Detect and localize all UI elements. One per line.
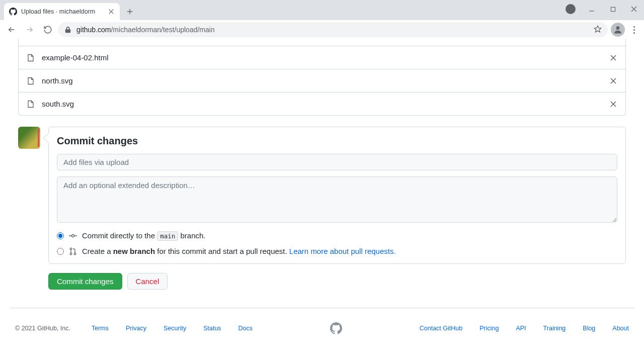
branch-name-code: main (157, 231, 178, 241)
footer-link-pricing[interactable]: Pricing (479, 325, 499, 332)
window-controls (566, 2, 641, 16)
copyright-text: © 2021 GitHub, Inc. (15, 325, 70, 332)
file-name: example-04-02.html (42, 53, 602, 62)
radio-direct-label: Commit directly to the main branch. (82, 231, 206, 240)
footer-link-privacy[interactable]: Privacy (126, 325, 146, 332)
profile-button[interactable] (611, 23, 625, 37)
page-footer: © 2021 GitHub, Inc. Terms Privacy Securi… (10, 308, 634, 334)
file-row: north.svg (19, 69, 625, 93)
commit-direct-option[interactable]: Commit directly to the main branch. (57, 231, 617, 240)
browser-menu-button[interactable] (628, 26, 640, 34)
commit-heading: Commit changes (57, 135, 617, 147)
commit-description-input[interactable] (57, 176, 617, 223)
footer-link-status[interactable]: Status (203, 325, 221, 332)
commit-actions: Commit changes Cancel (48, 273, 626, 290)
svg-point-1 (616, 26, 620, 30)
svg-point-4 (70, 253, 72, 255)
address-bar: github.com/michaeldorman/test/upload/mai… (0, 20, 644, 39)
svg-point-5 (74, 253, 76, 255)
reload-button[interactable] (40, 22, 55, 37)
file-icon (27, 54, 35, 62)
github-favicon (9, 8, 17, 16)
back-button[interactable] (4, 22, 19, 37)
radio-new-branch[interactable] (57, 248, 64, 255)
page-viewport[interactable]: example-04-02.html north.svg south.svg C… (0, 39, 644, 362)
file-name: south.svg (42, 100, 602, 108)
file-name: north.svg (42, 76, 602, 85)
github-logo-icon[interactable] (330, 322, 342, 334)
footer-link-security[interactable]: Security (164, 325, 186, 332)
commit-summary-input[interactable] (57, 154, 617, 170)
new-tab-button[interactable] (123, 5, 137, 19)
browser-chrome: Upload files · michaeldorm github.com/mi… (0, 0, 644, 39)
svg-point-2 (72, 234, 74, 237)
svg-rect-0 (611, 7, 615, 11)
maximize-button[interactable] (606, 2, 620, 16)
git-pull-request-icon (69, 247, 77, 255)
commit-form: Commit changes Commit directly to the ma… (48, 127, 626, 264)
tab-title: Upload files · michaeldorm (21, 8, 104, 15)
browser-tab[interactable]: Upload files · michaeldorm (4, 3, 120, 20)
bookmark-star-icon[interactable] (594, 25, 602, 35)
commit-changes-button[interactable]: Commit changes (48, 273, 122, 290)
cancel-button[interactable]: Cancel (127, 273, 168, 290)
file-row: south.svg (19, 93, 625, 115)
remove-file-button[interactable] (609, 54, 617, 62)
file-icon (27, 100, 35, 108)
file-row: example-04-02.html (19, 46, 625, 69)
tab-bar: Upload files · michaeldorm (0, 0, 644, 20)
remove-file-button[interactable] (609, 100, 617, 108)
learn-pull-requests-link[interactable]: Learn more about pull requests. (289, 247, 396, 255)
radio-commit-direct[interactable] (57, 232, 64, 239)
profile-indicator-icon[interactable] (566, 4, 576, 14)
footer-link-api[interactable]: API (516, 325, 526, 332)
footer-link-blog[interactable]: Blog (583, 325, 595, 332)
remove-file-button[interactable] (609, 77, 617, 85)
radio-newbranch-label: Create a new branch for this commit and … (82, 247, 396, 255)
minimize-button[interactable] (585, 2, 599, 16)
omnibox[interactable]: github.com/michaeldorman/test/upload/mai… (58, 22, 608, 37)
file-icon (27, 77, 35, 85)
commit-newbranch-option[interactable]: Create a new branch for this commit and … (57, 247, 617, 255)
svg-point-3 (70, 248, 72, 250)
footer-link-terms[interactable]: Terms (92, 325, 109, 332)
close-window-button[interactable] (627, 2, 641, 16)
footer-link-docs[interactable]: Docs (238, 325, 253, 332)
lock-icon (64, 26, 71, 33)
footer-link-about[interactable]: About (612, 325, 629, 332)
tab-close-icon[interactable] (108, 8, 115, 15)
footer-link-contact[interactable]: Contact GitHub (420, 325, 462, 332)
forward-button (22, 22, 37, 37)
user-avatar[interactable] (18, 127, 40, 149)
footer-link-training[interactable]: Training (543, 325, 566, 332)
uploaded-files-list: example-04-02.html north.svg south.svg (18, 39, 626, 116)
url-text: github.com/michaeldorman/test/upload/mai… (76, 26, 215, 34)
git-commit-icon (69, 232, 77, 240)
